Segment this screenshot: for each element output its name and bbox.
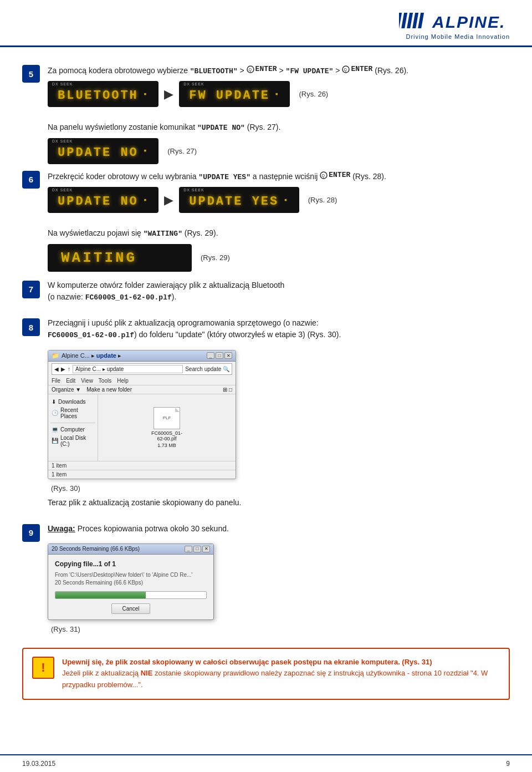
cd-title-text: 20 Seconds Remaining (66.6 KBps) <box>52 546 140 552</box>
step-7-text: W komputerze otwórz folder zawierający p… <box>48 280 510 303</box>
screen-update-no2: DX SEEK UPDATE NO ▪ <box>48 187 158 213</box>
step-9-dialog-row: 20 Seconds Remaining (66.6 KBps) _ □ ✕ C… <box>48 539 510 633</box>
rys31-label: (Rys. 31) <box>51 625 80 633</box>
step-8-content: Przeciągnij i upuść plik z aktualizacją … <box>48 317 510 513</box>
fe-sidebar-downloads-icon: ⬇ <box>52 399 56 405</box>
fe-active-folder: update <box>96 352 116 359</box>
fe-maximize-btn[interactable]: □ <box>216 352 223 359</box>
page-header: ALPINE. Driving Mobile Media Innovation <box>0 0 532 47</box>
fe-sidebar-computer-icon: 💻 <box>52 426 58 433</box>
screen-fwupdate-text: FW UPDATE <box>189 85 270 103</box>
copy-dialog[interactable]: 20 Seconds Remaining (66.6 KBps) _ □ ✕ C… <box>48 544 214 620</box>
step-5-code2: "FW UPDATE" <box>286 67 334 75</box>
screen-update-no-icon: ▪ <box>143 146 149 155</box>
cd-minimize-btn[interactable]: _ <box>185 546 192 552</box>
fe-file-plf-size: 1.73 MB <box>157 443 176 448</box>
fe-menu-edit[interactable]: Edit <box>66 378 75 384</box>
step-8-filename: FC6000S_01-62-00.plf <box>48 331 134 339</box>
fe-sidebar-downloads[interactable]: ⬇ Downloads <box>50 398 95 406</box>
fe-status-bar: 1 item <box>48 461 236 470</box>
alpine-logo-svg: ALPINE. <box>399 10 510 32</box>
fe-back-btn[interactable]: ◀ <box>54 366 59 372</box>
fe-file-plf[interactable]: PLF FC6000S_01-62-00.plf 1.73 MB <box>150 407 183 448</box>
screen-bluetooth-text: BLUETOOTH <box>58 85 139 103</box>
cd-progress-fill <box>55 592 146 598</box>
fe-new-folder-btn[interactable]: Make a new folder <box>86 387 132 393</box>
fe-forward-btn[interactable]: ▶ <box>61 366 65 372</box>
step-9-uwaga-label: Uwaga: <box>48 524 75 533</box>
rys28-label: (Rys. 28) <box>308 196 337 204</box>
cd-maximize-btn[interactable]: □ <box>193 546 201 552</box>
step-6-text: Przekręcić koder obrotowy w celu wybrani… <box>48 170 510 182</box>
update-no-display-row: DX SEEK UPDATE NO ▪ (Rys. 27) <box>48 138 510 164</box>
fe-close-btn[interactable]: ✕ <box>224 352 232 359</box>
step-6-content: Przekręcić koder obrotowy w celu wybrani… <box>48 170 510 217</box>
svg-rect-1 <box>401 13 407 28</box>
fe-sidebar-localdisk-icon: 💾 <box>52 438 58 444</box>
step-9-row: 9 Uwaga: Proces kopiowania potrwa około … <box>22 523 510 638</box>
logo-tagline: Driving Mobile Media Innovation <box>406 33 510 40</box>
fe-view-icons[interactable]: ⊞ □ <box>223 387 232 393</box>
waiting-block: Na wyświetlaczu pojawi się "WAITING" (Ry… <box>48 227 510 272</box>
fe-up-btn[interactable]: ↑ <box>68 366 70 372</box>
fe-minimize-btn[interactable]: _ <box>207 352 214 359</box>
step-8-row: 8 Przeciągnij i upuść plik z aktualizacj… <box>22 317 510 513</box>
arrow-icon-1: ▶ <box>164 87 173 101</box>
step-5-display-row: DX SEEK BLUETOOTH ▪ ▶ DX SEEK FW UPDATE … <box>48 81 510 107</box>
svg-rect-0 <box>399 13 402 28</box>
arrow-icon-2: ▶ <box>164 193 173 207</box>
fe-toolbar: Organize ▼ Make a new folder ⊞ □ <box>48 385 236 394</box>
fe-menu-file[interactable]: File <box>52 378 60 384</box>
cd-body: Copying file...1 of 1 From 'C:\Users\Des… <box>48 555 213 619</box>
waiting-display-row: WAITING (Rys. 29) <box>48 244 510 272</box>
step-5-number: 5 <box>22 65 40 83</box>
fe-search-label: Search update 🔍 <box>185 366 229 372</box>
fe-sidebar-recent-icon: 🕒 <box>52 410 58 416</box>
svg-text:Q: Q <box>322 174 325 178</box>
fe-main-area: PLF FC6000S_01-62-00.plf 1.73 MB <box>98 394 236 461</box>
fe-menu-tools[interactable]: Tools <box>99 378 111 384</box>
warning-line1-strong: Upewnij się, że plik został skopiowany w… <box>62 658 432 666</box>
svg-text:Q: Q <box>344 68 347 72</box>
fe-sidebar: ⬇ Downloads 🕒 Recent Places 💻 <box>48 394 98 461</box>
fe-sidebar-recent[interactable]: 🕒 Recent Places <box>50 406 95 420</box>
fe-organize-btn[interactable]: Organize ▼ <box>52 387 81 393</box>
fe-status-bar2: 1 item <box>48 470 236 479</box>
step-9-text: Uwaga: Proces kopiowania potrwa około 30… <box>48 523 510 535</box>
fe-menubar: File Edit View Tools Help <box>48 377 236 385</box>
cd-progress-bar <box>55 591 207 599</box>
cd-close-btn[interactable]: ✕ <box>202 546 210 552</box>
step-7-row: 7 W komputerze otwórz folder zawierający… <box>22 280 510 308</box>
cd-cancel-button[interactable]: Cancel <box>111 603 150 614</box>
svg-rect-4 <box>418 13 424 28</box>
fe-sidebar-localdisk[interactable]: 💾 Local Disk (C:) <box>50 434 95 448</box>
svg-text:Q: Q <box>248 68 252 72</box>
screen-update-yes-icon: ▪ <box>283 196 289 205</box>
waiting-display: WAITING <box>48 244 192 272</box>
rys26-label: (Rys. 26) <box>299 90 328 98</box>
fe-item-count: 1 item <box>52 463 66 469</box>
step-9-content: Uwaga: Proces kopiowania potrwa około 30… <box>48 523 510 638</box>
fe-controls[interactable]: _ □ ✕ <box>207 352 232 359</box>
svg-rect-3 <box>412 13 418 28</box>
fe-address-text: Alpine C... ▸ update <box>73 365 183 373</box>
fe-sidebar-computer[interactable]: 💻 Computer <box>50 425 95 434</box>
screen-update-yes: DX SEEK UPDATE YES ▪ <box>179 187 299 213</box>
cd-controls[interactable]: _ □ ✕ <box>185 546 210 552</box>
fe-body: ⬇ Downloads 🕒 Recent Places 💻 <box>48 394 236 461</box>
fe-menu-help[interactable]: Help <box>117 378 129 384</box>
fe-addressbar[interactable]: ◀ ▶ ↑ Alpine C... ▸ update Search update… <box>52 363 232 375</box>
screen-bluetooth-icon: ▪ <box>143 90 149 99</box>
logo-area: ALPINE. Driving Mobile Media Innovation <box>399 10 510 40</box>
footer-date: 19.03.2015 <box>22 760 55 768</box>
waiting-text: Na wyświetlaczu pojawi się "WAITING" (Ry… <box>48 227 510 240</box>
step-8-note: Teraz plik z aktualizacją zostanie skopi… <box>48 497 510 509</box>
svg-text:ALPINE.: ALPINE. <box>432 13 505 31</box>
step-7-number: 7 <box>22 281 40 298</box>
file-explorer-container: 📁 Alpine C... ▸ update ▸ _ □ ✕ ◀ ▶ <box>48 346 236 492</box>
copy-dialog-container: 20 Seconds Remaining (66.6 KBps) _ □ ✕ C… <box>48 539 214 633</box>
step-8-fe-row: 📁 Alpine C... ▸ update ▸ _ □ ✕ ◀ ▶ <box>48 346 510 492</box>
fe-menu-view[interactable]: View <box>81 378 93 384</box>
warning-line1: Upewnij się, że plik został skopiowany w… <box>62 658 432 666</box>
file-explorer[interactable]: 📁 Alpine C... ▸ update ▸ _ □ ✕ ◀ ▶ <box>48 350 236 479</box>
